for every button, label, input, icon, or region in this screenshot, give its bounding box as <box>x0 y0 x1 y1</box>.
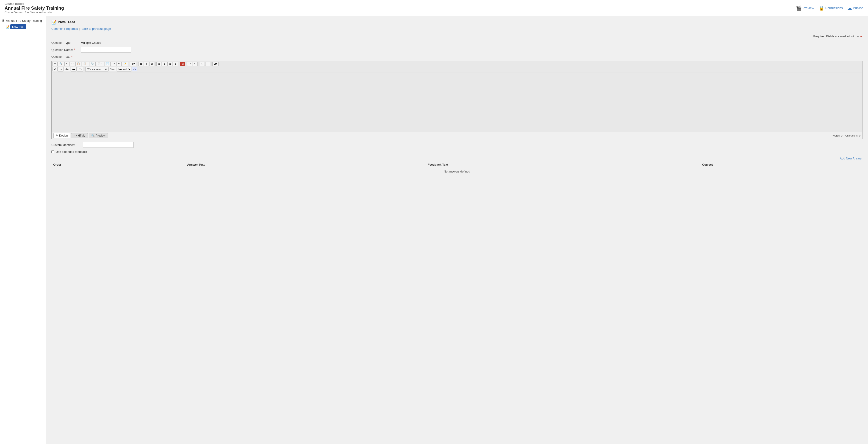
header-left: Course Builder Annual Fire Safety Traini… <box>5 2 64 14</box>
course-version: Course Version: 1 -- Seahorse Hopsital <box>5 11 64 14</box>
chars-label: Characters: 0 <box>845 134 861 137</box>
sidebar-item-newtest[interactable]: 📝 New Test <box>0 23 45 30</box>
custom-identifier-row: Custom Identifier: <box>51 142 863 148</box>
font-style-select[interactable]: Normal <box>117 67 131 71</box>
tb-paste-btn[interactable]: ✎ <box>53 62 58 66</box>
tb-sep1 <box>129 62 129 66</box>
answers-table: Order Answer Text Feedback Text Correct … <box>51 162 863 175</box>
permissions-label: Permissions <box>825 6 843 10</box>
preview-label: Preview <box>803 6 814 10</box>
tb-find-btn[interactable]: 🔍 <box>58 62 64 66</box>
tb-copy2-btn[interactable]: 📋+ <box>82 62 89 66</box>
publish-label: Publish <box>853 6 863 10</box>
question-text-label: Question Text: <box>51 55 79 59</box>
question-type-value: Multiple Choice <box>81 41 101 44</box>
tb-back-btn[interactable]: ↩ <box>64 62 69 66</box>
question-name-label: Question Name: <box>51 48 79 52</box>
html-tab-label: HTML <box>78 134 85 137</box>
app-title: Course Builder <box>5 2 64 5</box>
page-header: 📝 New Test <box>51 20 863 25</box>
permissions-icon: 🔒 <box>819 5 825 11</box>
tb-link-btn[interactable]: 📎 <box>90 62 96 66</box>
permissions-button[interactable]: 🔒 Permissions <box>819 5 843 11</box>
words-label: Words: 0 <box>833 134 842 137</box>
tb-subscript-btn[interactable]: x₂ <box>58 67 63 71</box>
tb-bold-btn[interactable]: B <box>138 62 143 66</box>
preview-icon: 🎬 <box>796 5 802 11</box>
tb-fwd-btn[interactable]: ↪ <box>70 62 75 66</box>
tb-italic-btn[interactable]: I <box>144 62 149 66</box>
editor-tabs: ✎ Design <> HTML 🔍 Preview <box>54 133 108 138</box>
tb-align-left-btn[interactable]: ≡ <box>156 62 161 66</box>
tb-source-btn[interactable]: 📝 <box>122 62 128 66</box>
sidebar-item-course[interactable]: 🖥 Annual Fire Safety Training <box>0 18 45 23</box>
back-to-previous-link[interactable]: Back to previous page <box>82 27 111 31</box>
toolbar-row-2: x² x₂ abc A▾ ↺▾ "Times New ... Size Norm… <box>53 67 861 71</box>
tb-redo-btn[interactable]: ↪ <box>117 62 122 66</box>
publish-button[interactable]: ☁ Publish <box>847 5 863 11</box>
custom-identifier-label: Custom Identifier: <box>51 143 81 147</box>
col-order: Order <box>51 162 185 168</box>
tb-align-center-btn[interactable]: ≡ <box>162 62 167 66</box>
tb-rotate-btn[interactable]: ↺▾ <box>77 67 83 71</box>
tb-font-color-btn[interactable]: A▾ <box>71 67 76 71</box>
preview-tab[interactable]: 🔍 Preview <box>89 133 108 138</box>
design-tab[interactable]: ✎ Design <box>54 133 70 138</box>
breadcrumb: Common Properties | Back to previous pag… <box>51 27 863 31</box>
question-name-input[interactable] <box>81 47 131 53</box>
col-correct: Correct <box>700 162 863 168</box>
required-star: ★ <box>860 34 863 38</box>
header-right: 🎬 Preview 🔒 Permissions ☁ Publish <box>796 5 863 11</box>
question-type-row: Question Type: Multiple Choice <box>51 41 863 44</box>
question-type-label: Question Type: <box>51 41 79 44</box>
question-text-row: Question Text: <box>51 55 863 59</box>
tb-underline-btn[interactable]: U <box>149 62 154 66</box>
preview-button[interactable]: 🎬 Preview <box>796 5 814 11</box>
sidebar-newtest-label: New Test <box>10 24 26 29</box>
common-properties-link[interactable]: Common Properties <box>51 27 78 31</box>
tb-paste-special-btn[interactable]: 📋✓ <box>96 62 104 66</box>
page-title: New Test <box>58 20 75 25</box>
tb-sep5 <box>186 62 186 66</box>
tb-indent-decrease-btn[interactable]: ⇤ <box>193 62 198 66</box>
col-answer-text: Answer Text <box>185 162 426 168</box>
sidebar-course-label: Annual Fire Safety Training <box>6 19 42 23</box>
tb-html-btn[interactable]: <> <box>132 67 137 71</box>
html-tab[interactable]: <> HTML <box>71 133 88 138</box>
tb-indent-increase-btn[interactable]: ⇥ <box>187 62 192 66</box>
tb-undo-btn[interactable]: ↩ <box>111 62 116 66</box>
tb-align-right-btn[interactable]: ≡ <box>167 62 173 66</box>
tb-align-justify-btn[interactable]: ≡ <box>173 62 178 66</box>
preview-tab-label: Preview <box>96 134 105 137</box>
font-family-select[interactable]: "Times New ... <box>85 67 108 71</box>
extended-feedback-row: Use extended feedback <box>51 150 863 153</box>
tb-paste-plain-btn[interactable]: 📃 <box>104 62 111 66</box>
add-new-answer-link[interactable]: Add New Answer <box>840 157 863 160</box>
editor-wordcount: Words: 0 Characters: 0 <box>833 134 861 137</box>
tb-copy1-btn[interactable]: 📋 <box>75 62 82 66</box>
extended-feedback-checkbox[interactable] <box>51 150 54 153</box>
tb-table-btn[interactable]: ⊞▾ <box>130 62 136 66</box>
tb-unordered-list-btn[interactable]: • <box>205 62 210 66</box>
editor-body[interactable] <box>52 72 862 132</box>
answers-table-header: Order Answer Text Feedback Text Correct <box>51 162 863 168</box>
sidebar: 🖥 Annual Fire Safety Training 📝 New Test <box>0 16 46 444</box>
design-tab-label: Design <box>59 134 68 137</box>
no-answers-text: No answers defined <box>51 168 863 175</box>
new-test-icon: 📝 <box>51 20 56 25</box>
custom-identifier-input[interactable] <box>83 142 133 148</box>
layout: 🖥 Annual Fire Safety Training 📝 New Test… <box>0 16 868 444</box>
html-tab-icon: <> <box>73 134 77 137</box>
main-content: 📝 New Test Common Properties | Back to p… <box>46 16 868 444</box>
question-name-row: Question Name: <box>51 47 863 53</box>
tb-sep6 <box>198 62 199 66</box>
extended-feedback-label: Use extended feedback <box>56 150 87 153</box>
col-feedback-text: Feedback Text <box>426 162 700 168</box>
tb-ordered-list-btn[interactable]: 1. <box>200 62 205 66</box>
tb-strike-btn[interactable]: abc <box>64 67 70 71</box>
tb-special-chars-btn[interactable]: Ω▾ <box>212 62 218 66</box>
breadcrumb-separator: | <box>79 27 80 31</box>
newtest-icon: 📝 <box>5 25 9 29</box>
tb-table2-btn[interactable]: ⊞ <box>180 62 185 66</box>
tb-superscript-btn[interactable]: x² <box>53 67 58 71</box>
